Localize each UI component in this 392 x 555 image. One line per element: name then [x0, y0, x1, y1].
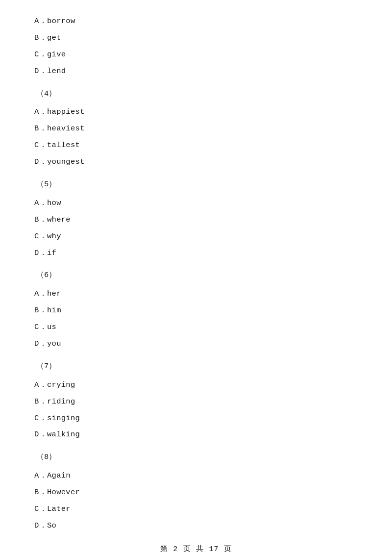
option-7b: B．riding [34, 395, 358, 409]
option-5d: D．if [34, 247, 358, 260]
section-label-4: （4） [34, 87, 358, 101]
option-7c: C．singing [34, 412, 358, 426]
option-4b: B．heaviest [34, 122, 358, 136]
option-6a: A．her [34, 287, 358, 301]
section-label-8: （8） [34, 451, 358, 464]
section-5: （5） A．how B．where C．why D．if [34, 178, 358, 260]
option-8d: D．So [34, 519, 358, 533]
option-8a: A．Again [34, 469, 358, 483]
option-4c: C．tallest [34, 139, 358, 152]
option-4d: D．youngest [34, 155, 358, 169]
option-c: C．give [34, 48, 358, 62]
option-5c: C．why [34, 230, 358, 244]
option-7a: A．crying [34, 378, 358, 392]
option-6b: B．him [34, 304, 358, 318]
option-6c: C．us [34, 321, 358, 334]
section-label-7: （7） [34, 360, 358, 374]
option-8b: B．However [34, 486, 358, 500]
section-8: （8） A．Again B．However C．Later D．So [34, 451, 358, 532]
section-6: （6） A．her B．him C．us D．you [34, 269, 358, 351]
section-label-6: （6） [34, 269, 358, 282]
section-1: A．borrow B．get C．give D．lend [34, 15, 358, 78]
option-6d: D．you [34, 337, 358, 351]
section-label-5: （5） [34, 178, 358, 192]
option-8c: C．Later [34, 503, 358, 516]
section-4: （4） A．happiest B．heaviest C．tallest D．yo… [34, 87, 358, 169]
footer-text: 第 2 页 共 17 页 [160, 545, 232, 554]
page-content: A．borrow B．get C．give D．lend （4） A．happi… [0, 0, 392, 555]
page-footer: 第 2 页 共 17 页 [0, 544, 392, 554]
option-4a: A．happiest [34, 105, 358, 119]
option-a: A．borrow [34, 15, 358, 28]
option-b: B．get [34, 31, 358, 45]
option-7d: D．walking [34, 428, 358, 442]
option-d: D．lend [34, 65, 358, 78]
section-7: （7） A．crying B．riding C．singing D．walkin… [34, 360, 358, 442]
option-5a: A．how [34, 197, 358, 210]
option-5b: B．where [34, 213, 358, 227]
